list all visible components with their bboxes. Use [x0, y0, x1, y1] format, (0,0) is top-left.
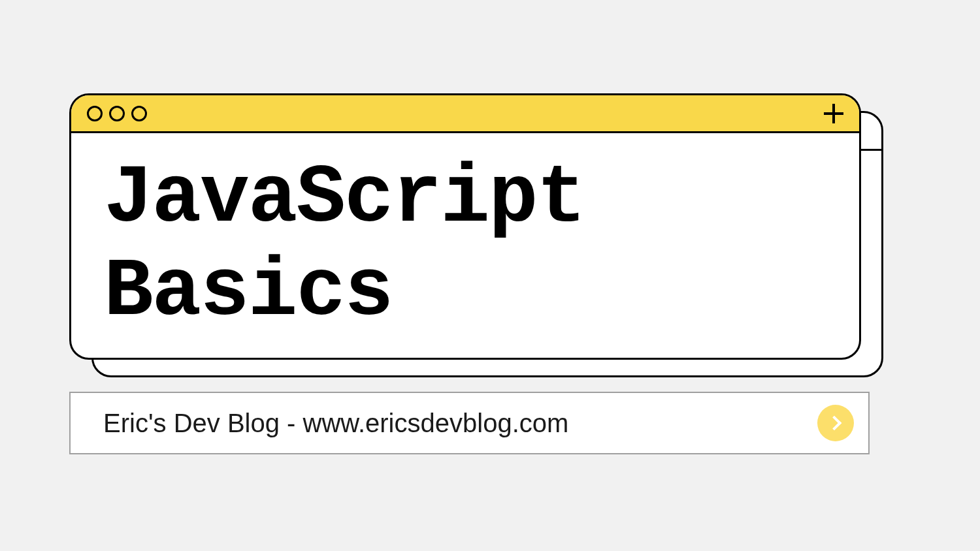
address-bar[interactable]: Eric's Dev Blog - www.ericsdevblog.com: [69, 392, 870, 454]
browser-window: JavaScript Basics: [69, 93, 861, 360]
browser-content: JavaScript Basics: [71, 133, 859, 358]
address-bar-text: Eric's Dev Blog - www.ericsdevblog.com: [103, 409, 568, 438]
page-title: JavaScript Basics: [104, 152, 859, 339]
chevron-right-icon: [827, 416, 842, 431]
minimize-window-button[interactable]: [109, 106, 125, 121]
go-button[interactable]: [817, 405, 854, 441]
close-window-button[interactable]: [87, 106, 103, 121]
maximize-window-button[interactable]: [131, 106, 147, 121]
new-tab-icon[interactable]: [824, 104, 843, 123]
browser-titlebar: [71, 95, 859, 133]
traffic-lights: [87, 106, 147, 121]
